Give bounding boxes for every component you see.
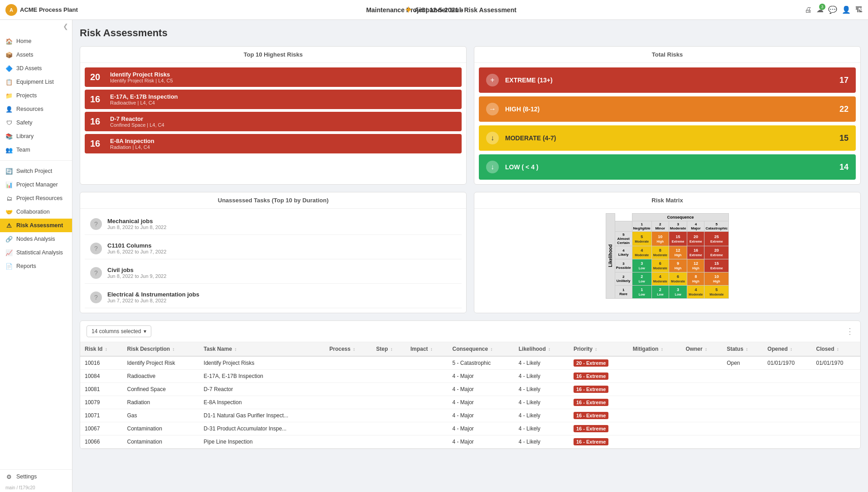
- priority-badge: 16 - Extreme: [574, 386, 608, 393]
- table-cell: [325, 422, 371, 435]
- top-nav-actions: 🖨 ☁ 3 💬 👤 🏗: [805, 5, 863, 14]
- risk-list-item[interactable]: 16 E-17A, E-17B Inspection Radioactive |…: [85, 90, 462, 109]
- cloud-icon[interactable]: ☁ 3: [816, 5, 824, 14]
- print-icon[interactable]: 🖨: [805, 6, 812, 14]
- table-cell: Radioactive: [122, 370, 199, 383]
- total-risk-extreme[interactable]: + EXTREME (13+) 17: [479, 67, 856, 93]
- sidebar-divider-1: [0, 160, 72, 161]
- sidebar-item-team[interactable]: 👥 Team: [0, 143, 72, 157]
- table-column-header[interactable]: Consequence ↕: [448, 342, 514, 356]
- table-column-header[interactable]: Risk Description ↕: [122, 342, 199, 356]
- sidebar-item-3d-assets[interactable]: 🔷 3D Assets: [0, 62, 72, 75]
- risk-list-item[interactable]: 20 Identify Project Risks Identify Proje…: [85, 67, 462, 87]
- table-column-header[interactable]: Closed ↕: [811, 342, 860, 356]
- top-nav: A ACME Process Plant Maintenance Project…: [0, 0, 868, 20]
- sidebar-item-switch-project[interactable]: 🔄 Switch Project: [0, 164, 72, 178]
- table-column-header[interactable]: Priority ↕: [569, 342, 628, 356]
- sidebar-item-settings[interactable]: ⚙ Settings: [0, 470, 72, 483]
- sidebar-item-projects[interactable]: 📁 Projects: [0, 89, 72, 102]
- table-column-header[interactable]: Opened ↕: [763, 342, 811, 356]
- sidebar-item-safety[interactable]: 🛡 Safety: [0, 116, 72, 129]
- total-risk-icon: →: [486, 103, 499, 115]
- table-column-header[interactable]: Step ↕: [371, 342, 406, 356]
- collapse-icon[interactable]: ❮: [63, 23, 68, 30]
- matrix-cell: 3Low: [632, 259, 651, 272]
- table-column-header[interactable]: Task Name ↕: [199, 342, 325, 356]
- sidebar-item-project-manager[interactable]: 📊 Project Manager: [0, 178, 72, 191]
- risk-list-item[interactable]: 16 E-8A Inspection Radiation | L4, C4: [85, 134, 462, 153]
- table-cell: 16 - Extreme: [569, 370, 628, 383]
- table-row[interactable]: 10066ContaminationPipe Line Inspection4 …: [80, 435, 860, 449]
- statistical-icon: 📈: [5, 249, 13, 256]
- sidebar-main-section: 🏠 Home 📦 Assets 🔷 3D Assets 📋 Equipment …: [0, 33, 72, 158]
- row-header: 4Likely: [615, 246, 632, 259]
- sidebar-label-reports: Reports: [16, 263, 36, 269]
- table-cell: 4 - Likely: [514, 409, 569, 422]
- table-cell: [325, 356, 371, 370]
- columns-select-button[interactable]: 14 columns selected ▾: [87, 325, 151, 337]
- sidebar-item-collaboration[interactable]: 🤝 Collaboration: [0, 205, 72, 219]
- task-list-item[interactable]: ? Electrical & Instrumentation jobs Jun …: [85, 287, 462, 308]
- sidebar-label-resources: Resources: [16, 106, 43, 112]
- sidebar-item-assets[interactable]: 📦 Assets: [0, 48, 72, 62]
- sidebar-label-team: Team: [16, 147, 30, 153]
- table-cell: 16 - Extreme: [569, 435, 628, 449]
- risk-matrix-container: Likelihood Consequence 1Negligible2Minor…: [474, 209, 860, 303]
- matrix-cell: 8High: [687, 272, 704, 286]
- sidebar-item-equipment-list[interactable]: 📋 Equipment List: [0, 75, 72, 89]
- risk-list-item[interactable]: 16 D-7 Reactor Confined Space | L4, C4: [85, 112, 462, 131]
- table-cell: [763, 422, 811, 435]
- sidebar-item-project-resources[interactable]: 🗂 Project Resources: [0, 191, 72, 205]
- task-list-item[interactable]: ? Mechanical jobs Jun 8, 2022 to Jun 8, …: [85, 213, 462, 235]
- table-column-header[interactable]: Likelihood ↕: [514, 342, 569, 356]
- table-cell: 4 - Likely: [514, 356, 569, 370]
- sort-icon: ↕: [105, 347, 107, 352]
- library-icon: 📚: [5, 133, 13, 140]
- table-row[interactable]: 10071GasD1-1 Natural Gas Purifier Inspec…: [80, 409, 860, 422]
- matrix-cell: 4Moderate: [687, 286, 704, 299]
- sidebar-item-reports[interactable]: 📄 Reports: [0, 259, 72, 273]
- sidebar-item-risk-assessment[interactable]: ⚠ Risk Assessment: [0, 219, 72, 232]
- table-column-header[interactable]: Process ↕: [325, 342, 371, 356]
- matrix-cell: 3Low: [669, 286, 687, 299]
- matrix-cell: 1Low: [632, 286, 651, 299]
- sidebar-item-statistical-analysis[interactable]: 📈 Statistical Analysis: [0, 246, 72, 259]
- risk-name: Identify Project Risks: [110, 71, 173, 78]
- table-cell: [722, 409, 763, 422]
- table-column-header[interactable]: Status ↕: [722, 342, 763, 356]
- table-cell: [371, 409, 406, 422]
- table-row[interactable]: 10079RadiationE-8A Inspection4 - Major4 …: [80, 396, 860, 409]
- sidebar-item-resources[interactable]: 👤 Resources: [0, 102, 72, 116]
- sidebar-item-library[interactable]: 📚 Library: [0, 129, 72, 143]
- chat-icon[interactable]: 💬: [828, 5, 837, 14]
- col-header: 5Catastrophic: [704, 221, 729, 232]
- sidebar-label-safety: Safety: [16, 119, 32, 126]
- table-column-header[interactable]: Impact ↕: [406, 342, 448, 356]
- table-cell: 10071: [80, 409, 122, 422]
- table-column-header[interactable]: Risk Id ↕: [80, 342, 122, 356]
- table-row[interactable]: 10016Identify Project RiskIdentify Proje…: [80, 356, 860, 370]
- avatar-icon[interactable]: 👤: [842, 5, 851, 14]
- total-risk-moderate[interactable]: ↓ MODERATE (4-7) 15: [479, 125, 856, 151]
- sidebar-collapse[interactable]: ❮: [0, 20, 72, 33]
- sort-icon: ↕: [491, 347, 493, 352]
- table-row[interactable]: 10084RadioactiveE-17A, E-17B Inspection4…: [80, 370, 860, 383]
- task-list-item[interactable]: ? C1101 Columns Jun 6, 2022 to Jun 7, 20…: [85, 238, 462, 259]
- table-column-header[interactable]: Mitigation ↕: [628, 342, 681, 356]
- menu-icon[interactable]: 🏗: [855, 6, 863, 14]
- total-risk-label: MODERATE (4-7): [505, 134, 833, 142]
- table-cell: [371, 422, 406, 435]
- table-more-button[interactable]: ⋮: [846, 326, 854, 336]
- total-risks-card: Total Risks + EXTREME (13+) 17 → HIGH (8…: [474, 46, 861, 185]
- sidebar-item-nodes-analysis[interactable]: 🔗 Nodes Analysis: [0, 232, 72, 246]
- table-row[interactable]: 10081Confined SpaceD-7 Reactor4 - Major4…: [80, 383, 860, 396]
- total-risk-low[interactable]: ↓ LOW ( < 4 ) 14: [479, 154, 856, 180]
- total-risk-high[interactable]: → HIGH (8-12) 22: [479, 96, 856, 122]
- task-date: Jun 8, 2022 to Jun 9, 2022: [107, 273, 166, 279]
- sidebar-item-home[interactable]: 🏠 Home: [0, 34, 72, 48]
- table-column-header[interactable]: Owner ↕: [681, 342, 722, 356]
- table-cell: Identify Project Risk: [122, 356, 199, 370]
- table-row[interactable]: 10067ContaminationD-31 Product Accumulat…: [80, 422, 860, 435]
- table-cell: 01/01/1970: [763, 356, 811, 370]
- task-list-item[interactable]: ? Civil jobs Jun 8, 2022 to Jun 9, 2022: [85, 262, 462, 284]
